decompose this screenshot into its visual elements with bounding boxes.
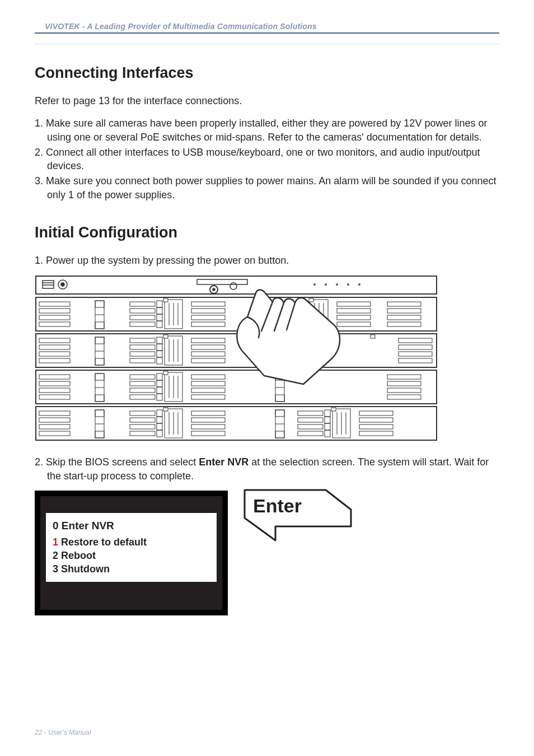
svg-rect-149 [191,411,225,416]
svg-rect-61 [387,322,421,326]
svg-rect-133 [95,410,104,417]
svg-rect-15 [36,297,437,331]
svg-rect-76 [157,351,162,357]
svg-rect-105 [157,380,162,387]
svg-rect-90 [399,345,432,349]
device-front-panel-figure [35,275,499,444]
svg-rect-164 [325,430,330,437]
svg-rect-169 [331,408,336,411]
svg-rect-135 [95,431,104,438]
list-item: 2. Connect all other interfaces to USB m… [35,146,499,173]
boot-option-number: 1 [53,536,58,548]
svg-rect-58 [387,302,421,306]
svg-rect-16 [39,302,70,306]
svg-rect-39 [191,315,225,320]
svg-rect-124 [387,381,421,386]
boot-option-label: Restore to default [58,536,147,548]
svg-rect-123 [387,375,421,379]
svg-point-9 [230,283,237,290]
boot-option-label: Enter NVR [59,520,114,531]
svg-rect-129 [39,418,70,422]
svg-rect-71 [130,338,155,343]
svg-rect-57 [337,322,371,326]
svg-rect-28 [130,315,155,320]
connecting-steps-list: 1. Make sure all cameras have been prope… [35,116,499,202]
step-2-text: 2. Skip the BIOS screens and select Ente… [35,455,499,483]
svg-rect-106 [130,388,155,393]
boot-option-reboot: 2 Reboot [53,549,211,562]
svg-rect-125 [387,388,421,393]
svg-rect-64 [39,345,70,349]
svg-rect-38 [191,309,225,313]
svg-rect-74 [157,344,162,351]
svg-rect-172 [359,424,393,429]
svg-rect-136 [130,411,155,416]
svg-rect-87 [191,358,225,363]
section-heading-connecting-interfaces: Connecting Interfaces [35,64,499,82]
svg-rect-85 [191,345,225,349]
page-content: Connecting Interfaces Refer to page 13 f… [35,59,499,615]
svg-rect-163 [298,431,323,436]
svg-rect-108 [130,395,155,399]
svg-point-13 [347,283,349,286]
svg-point-8 [213,288,215,291]
svg-rect-53 [309,298,313,302]
svg-rect-95 [39,381,70,386]
svg-rect-75 [130,352,155,356]
svg-rect-126 [387,395,421,399]
svg-rect-107 [157,387,162,394]
svg-rect-158 [325,410,330,417]
svg-point-12 [336,283,338,286]
svg-rect-37 [191,302,225,306]
svg-rect-173 [359,431,393,436]
svg-rect-104 [130,381,155,386]
svg-rect-84 [191,338,225,343]
svg-rect-72 [157,337,162,344]
svg-rect-156 [275,431,284,438]
svg-rect-102 [130,375,155,379]
svg-rect-91 [399,352,432,356]
list-item: 3. Make sure you connect both power supp… [35,174,499,202]
list-item: 1. Make sure all cameras have been prope… [35,116,499,144]
enter-key-icon: Enter [242,487,354,543]
svg-rect-77 [130,358,155,363]
svg-rect-60 [387,315,421,320]
svg-rect-59 [387,309,421,313]
svg-rect-93 [36,370,437,404]
svg-point-5 [61,283,64,286]
svg-rect-17 [39,309,70,313]
svg-rect-109 [157,394,162,400]
svg-rect-118 [191,395,225,399]
svg-rect-139 [157,417,162,423]
svg-rect-1 [43,281,54,288]
svg-rect-131 [39,431,70,436]
boot-selection-screen: 0 Enter NVR 1 Restore to default 2 Reboo… [35,491,228,615]
svg-rect-63 [39,338,70,343]
svg-rect-170 [359,411,393,416]
svg-rect-27 [157,307,162,314]
svg-rect-6 [197,279,247,284]
step-1-text: 1. Power up the system by pressing the p… [35,254,499,267]
svg-rect-157 [298,411,323,416]
enter-key-label: Enter [253,495,302,516]
svg-rect-99 [95,374,104,380]
boot-option-restore-default: 1 Restore to default [53,535,211,549]
page-footer: 22 - User's Manual [35,729,91,736]
svg-rect-101 [95,395,104,402]
svg-rect-54 [337,302,371,306]
svg-rect-66 [39,358,70,363]
svg-rect-97 [39,395,70,399]
svg-rect-152 [191,431,225,436]
svg-rect-151 [191,424,225,429]
header-brand-line: VIVOTEK - A Leading Provider of Multimed… [35,22,317,31]
svg-point-14 [358,283,360,286]
svg-rect-117 [191,388,225,393]
svg-rect-94 [39,375,70,379]
svg-rect-148 [163,408,168,411]
svg-rect-150 [191,418,225,422]
svg-rect-103 [157,374,162,380]
svg-rect-70 [95,358,104,365]
svg-rect-92 [399,358,432,363]
svg-rect-26 [130,309,155,313]
svg-rect-161 [298,424,323,429]
